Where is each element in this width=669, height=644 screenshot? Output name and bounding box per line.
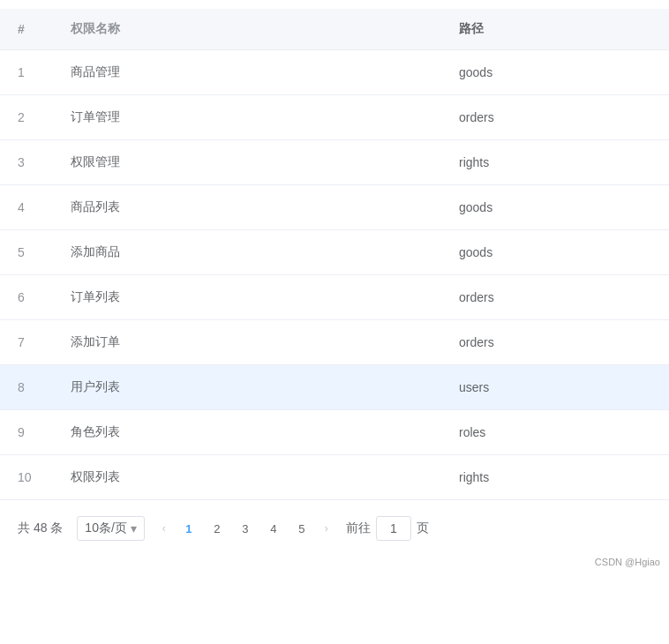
table-row: 1商品管理goods	[0, 50, 669, 95]
row-index: 1	[0, 50, 53, 95]
page-button-3[interactable]: 3	[233, 516, 258, 541]
table-row: 3权限管理rights	[0, 140, 669, 185]
row-index: 2	[0, 95, 53, 140]
page-button-5[interactable]: 5	[289, 516, 314, 541]
table-row: 7添加订单orders	[0, 320, 669, 365]
table-header-row: # 权限名称 路径	[0, 9, 669, 50]
row-permission-name: 添加订单	[53, 320, 441, 365]
table-row: 9角色列表roles	[0, 410, 669, 455]
row-index: 5	[0, 230, 53, 275]
row-permission-name: 订单列表	[53, 275, 441, 320]
table-row: 8用户列表users	[0, 365, 669, 410]
row-path: goods	[441, 185, 669, 230]
pagination-bar: 共 48 条 10条/页 ▾ ‹ 12345 › 前往 页	[0, 500, 669, 557]
table-row: 5添加商品goods	[0, 230, 669, 275]
goto-section: 前往 页	[346, 516, 429, 541]
row-path: rights	[441, 140, 669, 185]
row-permission-name: 添加商品	[53, 230, 441, 275]
permissions-table: # 权限名称 路径 1商品管理goods2订单管理orders3权限管理righ…	[0, 9, 669, 500]
row-permission-name: 角色列表	[53, 410, 441, 455]
row-permission-name: 权限列表	[53, 455, 441, 500]
total-count: 共 48 条	[18, 520, 63, 536]
table-row: 2订单管理orders	[0, 95, 669, 140]
table-row: 6订单列表orders	[0, 275, 669, 320]
row-path: roles	[441, 410, 669, 455]
row-path: goods	[441, 50, 669, 95]
row-index: 7	[0, 320, 53, 365]
page-unit: 页	[417, 520, 429, 536]
chevron-down-icon: ▾	[131, 521, 137, 535]
row-index: 10	[0, 455, 53, 500]
col-header-path: 路径	[441, 9, 669, 50]
table-row: 4商品列表goods	[0, 185, 669, 230]
row-permission-name: 订单管理	[53, 95, 441, 140]
row-permission-name: 权限管理	[53, 140, 441, 185]
row-path: orders	[441, 95, 669, 140]
row-path: orders	[441, 320, 669, 365]
goto-input[interactable]	[376, 516, 411, 541]
page-size-label: 10条/页	[85, 520, 126, 536]
row-permission-name: 商品管理	[53, 50, 441, 95]
col-header-index: #	[0, 9, 53, 50]
main-container: # 权限名称 路径 1商品管理goods2订单管理orders3权限管理righ…	[0, 9, 669, 571]
row-index: 9	[0, 410, 53, 455]
row-index: 6	[0, 275, 53, 320]
row-index: 3	[0, 140, 53, 185]
page-button-4[interactable]: 4	[261, 516, 286, 541]
page-size-selector[interactable]: 10条/页 ▾	[77, 516, 144, 541]
row-path: goods	[441, 230, 669, 275]
row-permission-name: 用户列表	[53, 365, 441, 410]
page-nav: 12345	[177, 516, 314, 541]
row-path: users	[441, 365, 669, 410]
next-page-button[interactable]: ›	[321, 519, 332, 538]
row-index: 4	[0, 185, 53, 230]
row-permission-name: 商品列表	[53, 185, 441, 230]
row-path: orders	[441, 275, 669, 320]
page-button-2[interactable]: 2	[205, 516, 229, 541]
watermark: CSDN @Hgiao	[0, 557, 669, 571]
table-row: 10权限列表rights	[0, 455, 669, 500]
prev-page-button[interactable]: ‹	[159, 519, 169, 538]
goto-label: 前往	[346, 520, 371, 536]
row-path: rights	[441, 455, 669, 500]
col-header-name: 权限名称	[53, 9, 441, 50]
row-index: 8	[0, 365, 53, 410]
page-button-1[interactable]: 1	[177, 516, 201, 541]
